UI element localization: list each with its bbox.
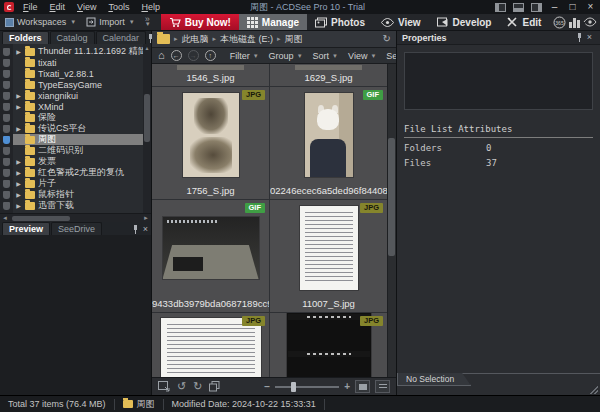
easy-select-icon[interactable] [3, 169, 10, 177]
zoom-in-button[interactable]: + [344, 381, 350, 392]
tree-item[interactable]: ▶xiangnikui [13, 90, 143, 101]
easy-select-icon[interactable] [3, 70, 10, 78]
easy-select-icon[interactable] [3, 180, 10, 188]
forward-button[interactable]: → [188, 50, 199, 61]
mode-develop-button[interactable]: Develop [429, 14, 500, 30]
file-thumbnail-cell[interactable]: 1629_S.jpg [270, 64, 387, 86]
tab-seedrive[interactable]: SeeDrive [51, 222, 102, 235]
tree-vertical-scrollbar[interactable]: ▲ [143, 44, 151, 213]
toggle-bottom-pane-button[interactable] [513, 3, 524, 12]
tree-item[interactable]: ▶Thunder 11.1.12.1692 精简 去广 [13, 46, 143, 57]
easy-select-icon[interactable] [3, 158, 10, 166]
breadcrumb-local-disk[interactable]: 本地磁盘 (E:) [220, 33, 273, 46]
acdsee-365-icon[interactable]: 365 [553, 16, 566, 29]
mode-view-button[interactable]: View [373, 14, 429, 30]
file-thumbnail-cell[interactable]: GIF 9433db3979bda0687189cc95f6... [152, 200, 269, 312]
toggle-left-pane-button[interactable] [495, 3, 506, 12]
easy-select-icon[interactable] [3, 147, 10, 155]
mode-edit-button[interactable]: Edit [499, 14, 549, 30]
easy-select-icon[interactable] [3, 103, 10, 111]
pin-icon[interactable] [576, 33, 583, 42]
menu-file[interactable]: File [23, 2, 38, 12]
file-thumbnail-cell[interactable]: JPG 11007_S.jpg [270, 200, 387, 312]
tree-item-selected[interactable]: 周图 [13, 134, 143, 145]
home-icon[interactable]: ⌂ [158, 50, 165, 61]
zoom-slider[interactable] [275, 386, 339, 388]
close-panel-icon[interactable]: × [587, 33, 592, 42]
thumbnail-view-button[interactable] [355, 380, 370, 393]
tree-item[interactable]: ▶鼠标指针 [13, 189, 143, 200]
tree-horizontal-scrollbar[interactable]: ◄ ► [0, 213, 151, 222]
scroll-right-icon[interactable]: ► [141, 215, 151, 221]
tree-item[interactable]: 保险 [13, 112, 143, 123]
pin-icon[interactable] [147, 34, 154, 43]
up-button[interactable]: ↑ [205, 50, 216, 61]
no-selection-tab[interactable]: No Selection [397, 373, 471, 386]
file-thumbnail-cell[interactable]: GIF 02246ecec6a5ded96f844086f7... [270, 87, 387, 199]
easy-select-icon[interactable] [3, 92, 10, 100]
copy-icon[interactable] [209, 381, 220, 392]
import-button[interactable]: Import ▼ [81, 14, 139, 30]
mode-photos-button[interactable]: Photos [307, 14, 373, 30]
easy-select-icon[interactable] [3, 114, 10, 122]
tab-calendar[interactable]: Calendar [96, 31, 147, 44]
file-thumbnail-cell[interactable]: JPG [270, 313, 387, 377]
zoom-out-button[interactable]: − [264, 381, 270, 392]
tree-item[interactable]: ▶XMind [13, 101, 143, 112]
tree-item[interactable]: ▶片子 [13, 178, 143, 189]
easy-select-icon[interactable] [3, 202, 10, 210]
tree-item[interactable]: ▶发票 [13, 156, 143, 167]
breadcrumb-this-pc[interactable]: 此电脑 [182, 33, 209, 46]
minimize-button[interactable]: – [549, 2, 560, 12]
buy-now-button[interactable]: Buy Now! [161, 14, 239, 30]
easy-select-icon[interactable] [3, 81, 10, 89]
view-menu[interactable]: View▼ [346, 51, 378, 61]
easy-select-icon[interactable] [3, 59, 10, 67]
tab-preview[interactable]: Preview [2, 222, 50, 235]
tab-folders[interactable]: Folders [2, 31, 49, 44]
file-thumbnail-cell[interactable]: JPG 1756_S.jpg [152, 87, 269, 199]
zoom-slider-knob[interactable] [291, 382, 296, 392]
pin-icon[interactable] [132, 225, 139, 234]
easy-select-icon-active[interactable] [3, 136, 10, 144]
rotate-left-icon[interactable]: ↺ [177, 381, 186, 392]
back-button[interactable]: ← [171, 50, 182, 61]
refresh-icon[interactable]: ↻ [383, 34, 391, 44]
easy-select-icon[interactable] [3, 48, 10, 56]
file-thumbnail-cell[interactable]: JPG [152, 313, 269, 377]
close-panel-icon[interactable]: × [143, 225, 148, 234]
close-button[interactable]: × [585, 2, 596, 12]
menu-help[interactable]: Help [141, 2, 160, 12]
sort-menu[interactable]: Sort▼ [311, 51, 340, 61]
menu-tools[interactable]: Tools [108, 2, 129, 12]
tab-catalog[interactable]: Catalog [50, 31, 95, 44]
tree-item[interactable]: tixati [13, 57, 143, 68]
maximize-button[interactable]: □ [567, 2, 578, 12]
mode-manage-button[interactable]: Manage [239, 14, 307, 30]
menu-edit[interactable]: Edit [50, 2, 66, 12]
dashboard-bars-icon[interactable] [569, 16, 580, 28]
easy-select-icon[interactable] [3, 191, 10, 199]
tree-item[interactable]: ▶迅雷下载 [13, 200, 143, 211]
toolbar-overflow-button[interactable]: »▼ [140, 14, 155, 30]
menu-view[interactable]: View [77, 2, 96, 12]
tree-item[interactable]: Tixati_v2.88.1 [13, 68, 143, 79]
export-image-icon[interactable] [158, 381, 170, 392]
breadcrumb-current-folder[interactable]: 周图 [285, 33, 303, 46]
tree-item[interactable]: TypeEasyGame [13, 79, 143, 90]
scroll-up-icon[interactable]: ▲ [145, 44, 150, 52]
filter-menu[interactable]: Filter▼ [228, 51, 261, 61]
scrollbar-thumb[interactable] [12, 216, 70, 221]
details-view-button[interactable] [375, 380, 390, 393]
easy-select-icon[interactable] [3, 125, 10, 133]
scrollbar-thumb[interactable] [388, 138, 395, 256]
tree-item[interactable]: ▶红色警戒2尤里的复仇 [13, 167, 143, 178]
scroll-left-icon[interactable]: ◄ [0, 215, 10, 221]
quick-view-eye-icon[interactable] [583, 17, 597, 27]
group-menu[interactable]: Group▼ [267, 51, 305, 61]
rotate-right-icon[interactable]: ↻ [193, 381, 202, 392]
workspaces-button[interactable]: Workspaces ▼ [0, 14, 81, 30]
tree-item[interactable]: ▶传说CS平台 [13, 123, 143, 134]
tree-item[interactable]: 二维码识别 [13, 145, 143, 156]
file-thumbnail-cell[interactable]: 1546_S.jpg [152, 64, 269, 86]
